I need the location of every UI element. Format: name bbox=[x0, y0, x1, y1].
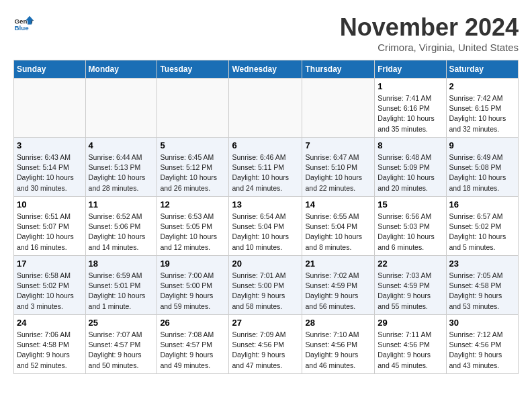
calendar-cell: 19Sunrise: 7:00 AM Sunset: 5:00 PM Dayli… bbox=[157, 256, 229, 315]
day-info: Sunrise: 7:08 AM Sunset: 4:57 PM Dayligh… bbox=[160, 330, 226, 371]
day-number: 20 bbox=[232, 259, 299, 269]
calendar-cell: 22Sunrise: 7:03 AM Sunset: 4:59 PM Dayli… bbox=[375, 256, 446, 315]
calendar-week-2: 3Sunrise: 6:43 AM Sunset: 5:14 PM Daylig… bbox=[14, 138, 519, 197]
day-number: 14 bbox=[305, 199, 371, 210]
day-number: 9 bbox=[449, 140, 515, 150]
location-subtitle: Crimora, Virginia, United States bbox=[340, 42, 519, 53]
calendar-cell: 17Sunrise: 6:58 AM Sunset: 5:02 PM Dayli… bbox=[14, 256, 86, 315]
calendar-cell bbox=[229, 79, 302, 138]
calendar-cell: 20Sunrise: 7:01 AM Sunset: 5:00 PM Dayli… bbox=[229, 256, 302, 315]
calendar-cell: 1Sunrise: 7:41 AM Sunset: 6:16 PM Daylig… bbox=[375, 79, 446, 138]
calendar-cell: 3Sunrise: 6:43 AM Sunset: 5:14 PM Daylig… bbox=[14, 138, 86, 197]
day-info: Sunrise: 7:09 AM Sunset: 4:56 PM Dayligh… bbox=[232, 330, 299, 371]
calendar-cell: 23Sunrise: 7:05 AM Sunset: 4:58 PM Dayli… bbox=[446, 256, 518, 315]
page-header: General Blue November 2024 Crimora, Virg… bbox=[13, 13, 519, 53]
day-number: 27 bbox=[232, 318, 299, 328]
day-number: 13 bbox=[232, 199, 299, 210]
calendar-cell: 14Sunrise: 6:55 AM Sunset: 5:04 PM Dayli… bbox=[302, 197, 375, 256]
calendar-week-4: 17Sunrise: 6:58 AM Sunset: 5:02 PM Dayli… bbox=[14, 256, 519, 315]
day-info: Sunrise: 7:41 AM Sunset: 6:16 PM Dayligh… bbox=[378, 93, 443, 134]
day-info: Sunrise: 6:46 AM Sunset: 5:11 PM Dayligh… bbox=[232, 152, 299, 193]
day-number: 10 bbox=[17, 199, 83, 210]
calendar-week-3: 10Sunrise: 6:51 AM Sunset: 5:07 PM Dayli… bbox=[14, 197, 519, 256]
day-number: 16 bbox=[449, 199, 515, 210]
calendar-cell: 13Sunrise: 6:54 AM Sunset: 5:04 PM Dayli… bbox=[229, 197, 302, 256]
calendar-cell: 5Sunrise: 6:45 AM Sunset: 5:12 PM Daylig… bbox=[157, 138, 229, 197]
month-title: November 2024 bbox=[340, 13, 519, 42]
day-number: 18 bbox=[89, 259, 154, 269]
day-info: Sunrise: 7:07 AM Sunset: 4:57 PM Dayligh… bbox=[89, 330, 154, 371]
day-info: Sunrise: 7:01 AM Sunset: 5:00 PM Dayligh… bbox=[232, 271, 299, 312]
day-number: 24 bbox=[17, 318, 83, 328]
calendar-week-5: 24Sunrise: 7:06 AM Sunset: 4:58 PM Dayli… bbox=[14, 315, 519, 374]
calendar-cell: 11Sunrise: 6:52 AM Sunset: 5:06 PM Dayli… bbox=[85, 197, 157, 256]
day-info: Sunrise: 6:48 AM Sunset: 5:09 PM Dayligh… bbox=[378, 152, 443, 193]
calendar-cell: 28Sunrise: 7:10 AM Sunset: 4:56 PM Dayli… bbox=[302, 315, 375, 374]
calendar-cell: 6Sunrise: 6:46 AM Sunset: 5:11 PM Daylig… bbox=[229, 138, 302, 197]
weekday-header-friday: Friday bbox=[375, 60, 446, 79]
calendar-cell: 9Sunrise: 6:49 AM Sunset: 5:08 PM Daylig… bbox=[446, 138, 518, 197]
calendar-cell: 4Sunrise: 6:44 AM Sunset: 5:13 PM Daylig… bbox=[85, 138, 157, 197]
day-number: 6 bbox=[232, 140, 299, 150]
calendar-table: SundayMondayTuesdayWednesdayThursdayFrid… bbox=[13, 60, 519, 374]
day-info: Sunrise: 6:49 AM Sunset: 5:08 PM Dayligh… bbox=[449, 152, 515, 193]
calendar-cell: 15Sunrise: 6:56 AM Sunset: 5:03 PM Dayli… bbox=[375, 197, 446, 256]
day-info: Sunrise: 6:45 AM Sunset: 5:12 PM Dayligh… bbox=[160, 152, 226, 193]
calendar-cell: 24Sunrise: 7:06 AM Sunset: 4:58 PM Dayli… bbox=[14, 315, 86, 374]
day-number: 5 bbox=[160, 140, 226, 150]
calendar-cell: 16Sunrise: 6:57 AM Sunset: 5:02 PM Dayli… bbox=[446, 197, 518, 256]
day-number: 4 bbox=[89, 140, 154, 150]
day-info: Sunrise: 6:53 AM Sunset: 5:05 PM Dayligh… bbox=[160, 212, 226, 253]
logo: General Blue bbox=[13, 13, 34, 34]
day-number: 12 bbox=[160, 199, 226, 210]
day-number: 11 bbox=[89, 199, 154, 210]
day-number: 2 bbox=[449, 81, 515, 91]
calendar-cell: 12Sunrise: 6:53 AM Sunset: 5:05 PM Dayli… bbox=[157, 197, 229, 256]
day-number: 8 bbox=[378, 140, 443, 150]
day-info: Sunrise: 7:02 AM Sunset: 4:59 PM Dayligh… bbox=[305, 271, 371, 312]
day-number: 19 bbox=[160, 259, 226, 269]
calendar-cell: 25Sunrise: 7:07 AM Sunset: 4:57 PM Dayli… bbox=[85, 315, 157, 374]
weekday-header-tuesday: Tuesday bbox=[157, 60, 229, 79]
calendar-cell bbox=[85, 79, 157, 138]
calendar-week-1: 1Sunrise: 7:41 AM Sunset: 6:16 PM Daylig… bbox=[14, 79, 519, 138]
weekday-header-saturday: Saturday bbox=[446, 60, 518, 79]
day-info: Sunrise: 7:42 AM Sunset: 6:15 PM Dayligh… bbox=[449, 93, 515, 134]
calendar-cell: 10Sunrise: 6:51 AM Sunset: 5:07 PM Dayli… bbox=[14, 197, 86, 256]
calendar-cell: 21Sunrise: 7:02 AM Sunset: 4:59 PM Dayli… bbox=[302, 256, 375, 315]
title-section: November 2024 Crimora, Virginia, United … bbox=[340, 13, 519, 53]
weekday-header-sunday: Sunday bbox=[14, 60, 86, 79]
day-info: Sunrise: 6:51 AM Sunset: 5:07 PM Dayligh… bbox=[17, 212, 83, 253]
weekday-header-wednesday: Wednesday bbox=[229, 60, 302, 79]
day-number: 21 bbox=[305, 259, 371, 269]
calendar-cell: 29Sunrise: 7:11 AM Sunset: 4:56 PM Dayli… bbox=[375, 315, 446, 374]
day-number: 17 bbox=[17, 259, 83, 269]
calendar-cell: 30Sunrise: 7:12 AM Sunset: 4:56 PM Dayli… bbox=[446, 315, 518, 374]
weekday-header-thursday: Thursday bbox=[302, 60, 375, 79]
day-info: Sunrise: 6:59 AM Sunset: 5:01 PM Dayligh… bbox=[89, 271, 154, 312]
day-number: 1 bbox=[378, 81, 443, 91]
day-info: Sunrise: 7:11 AM Sunset: 4:56 PM Dayligh… bbox=[378, 330, 443, 371]
calendar-cell bbox=[14, 79, 86, 138]
day-info: Sunrise: 7:12 AM Sunset: 4:56 PM Dayligh… bbox=[449, 330, 515, 371]
day-number: 23 bbox=[449, 259, 515, 269]
day-info: Sunrise: 7:00 AM Sunset: 5:00 PM Dayligh… bbox=[160, 271, 226, 312]
logo-icon: General Blue bbox=[13, 13, 34, 34]
svg-text:Blue: Blue bbox=[15, 24, 30, 32]
day-info: Sunrise: 7:05 AM Sunset: 4:58 PM Dayligh… bbox=[449, 271, 515, 312]
day-info: Sunrise: 6:52 AM Sunset: 5:06 PM Dayligh… bbox=[89, 212, 154, 253]
day-number: 22 bbox=[378, 259, 443, 269]
day-info: Sunrise: 6:56 AM Sunset: 5:03 PM Dayligh… bbox=[378, 212, 443, 253]
calendar-cell: 27Sunrise: 7:09 AM Sunset: 4:56 PM Dayli… bbox=[229, 315, 302, 374]
day-info: Sunrise: 6:43 AM Sunset: 5:14 PM Dayligh… bbox=[17, 152, 83, 193]
day-info: Sunrise: 6:44 AM Sunset: 5:13 PM Dayligh… bbox=[89, 152, 154, 193]
day-info: Sunrise: 7:03 AM Sunset: 4:59 PM Dayligh… bbox=[378, 271, 443, 312]
day-info: Sunrise: 6:55 AM Sunset: 5:04 PM Dayligh… bbox=[305, 212, 371, 253]
calendar-cell bbox=[302, 79, 375, 138]
day-number: 15 bbox=[378, 199, 443, 210]
calendar-cell: 18Sunrise: 6:59 AM Sunset: 5:01 PM Dayli… bbox=[85, 256, 157, 315]
calendar-cell bbox=[157, 79, 229, 138]
day-info: Sunrise: 6:47 AM Sunset: 5:10 PM Dayligh… bbox=[305, 152, 371, 193]
day-number: 29 bbox=[378, 318, 443, 328]
weekday-header-row: SundayMondayTuesdayWednesdayThursdayFrid… bbox=[14, 60, 519, 79]
